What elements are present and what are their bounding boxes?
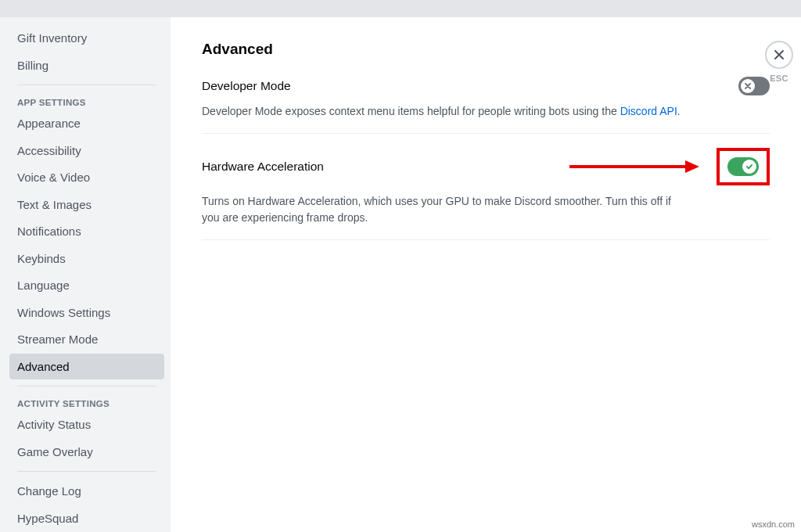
setting-developer-mode: Developer Mode Developer Mode exposes co… xyxy=(202,77,770,134)
sidebar-item-voice-video[interactable]: Voice & Video xyxy=(9,164,164,191)
sidebar-header-activity-settings: ACTIVITY SETTINGS xyxy=(9,393,164,412)
sidebar-header-app-settings: APP SETTINGS xyxy=(9,92,164,110)
sidebar-item-notifications[interactable]: Notifications xyxy=(9,218,164,245)
sidebar-item-activity-status[interactable]: Activity Status xyxy=(9,412,164,438)
svg-marker-1 xyxy=(685,160,699,173)
setting-title-hardware-acceleration: Hardware Acceleration xyxy=(202,160,324,174)
sidebar-item-hypesquad[interactable]: HypeSquad xyxy=(9,505,164,532)
setting-desc-hardware-acceleration: Turns on Hardware Acceleration, which us… xyxy=(202,193,687,225)
sidebar-item-windows-settings[interactable]: Windows Settings xyxy=(9,300,164,326)
sidebar-item-text-images[interactable]: Text & Images xyxy=(9,192,164,218)
toggle-knob xyxy=(742,160,756,174)
arrow-icon xyxy=(568,159,701,174)
settings-sidebar: Gift Inventory Billing APP SETTINGS Appe… xyxy=(0,17,171,532)
discord-api-link[interactable]: Discord API xyxy=(620,105,677,117)
setting-hardware-acceleration: Hardware Acceleration Tur xyxy=(202,134,770,240)
window-titlebar xyxy=(0,0,801,17)
sidebar-item-billing[interactable]: Billing xyxy=(9,52,164,79)
sidebar-item-keybinds[interactable]: Keybinds xyxy=(9,246,164,272)
settings-content: ESC Advanced Developer Mode Developer Mo… xyxy=(171,17,801,532)
watermark: wsxdn.com xyxy=(750,519,796,529)
sidebar-item-language[interactable]: Language xyxy=(9,272,164,299)
setting-desc-developer-mode: Developer Mode exposes context menu item… xyxy=(202,103,687,119)
check-icon xyxy=(745,163,753,171)
annotation-highlight-box xyxy=(717,148,770,185)
close-label: ESC xyxy=(770,74,788,83)
sidebar-item-game-overlay[interactable]: Game Overlay xyxy=(9,439,164,466)
toggle-knob xyxy=(741,79,755,93)
sidebar-item-appearance[interactable]: Appearance xyxy=(9,110,164,137)
sidebar-divider xyxy=(17,386,156,386)
page-title: Advanced xyxy=(202,41,770,58)
sidebar-divider xyxy=(17,471,156,472)
toggle-hardware-acceleration[interactable] xyxy=(727,157,759,176)
sidebar-item-accessibility[interactable]: Accessibility xyxy=(9,138,164,164)
x-icon xyxy=(744,82,752,90)
close-button[interactable] xyxy=(765,41,793,69)
sidebar-item-gift-inventory[interactable]: Gift Inventory xyxy=(9,25,164,52)
close-panel: ESC xyxy=(765,41,793,83)
toggle-developer-mode[interactable] xyxy=(738,77,770,95)
sidebar-item-change-log[interactable]: Change Log xyxy=(9,478,164,505)
setting-title-developer-mode: Developer Mode xyxy=(202,79,291,93)
annotation-arrow-group xyxy=(568,148,770,185)
sidebar-item-advanced[interactable]: Advanced xyxy=(9,354,164,380)
sidebar-item-streamer-mode[interactable]: Streamer Mode xyxy=(9,326,164,353)
close-icon xyxy=(773,49,785,61)
sidebar-divider xyxy=(17,84,156,85)
